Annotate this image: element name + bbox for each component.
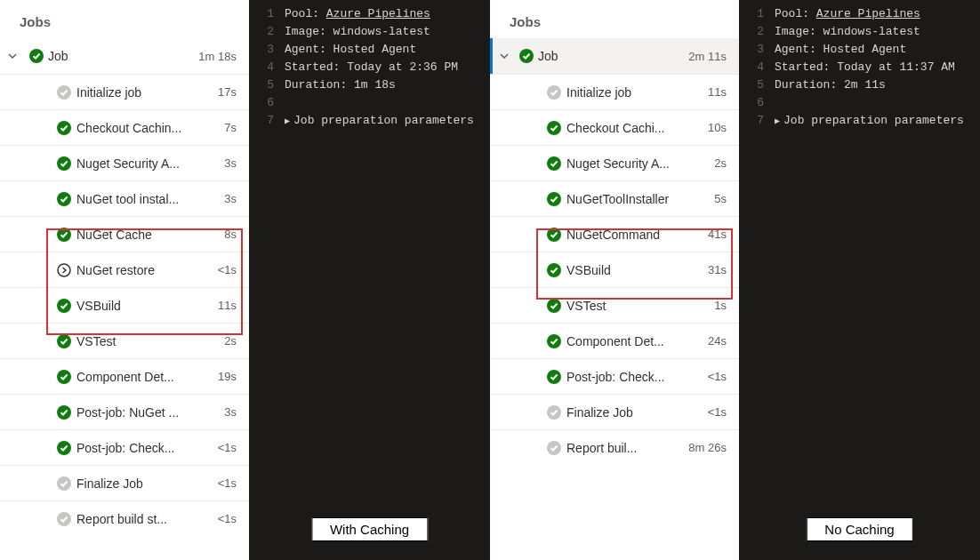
line-number: 6 — [249, 96, 285, 109]
step-duration: 2s — [714, 156, 727, 170]
job-duration: 2m 11s — [688, 50, 727, 63]
log-line-params: 7▶Job preparation parameters — [739, 114, 980, 132]
success-icon — [542, 156, 566, 171]
expand-triangle-icon[interactable]: ▶ — [775, 116, 780, 126]
log-line-blank: 6 — [249, 96, 490, 114]
step-duration: 2s — [224, 334, 237, 348]
step-label: VSBuild — [566, 263, 708, 277]
log-started: Started: Today at 2:36 PM — [285, 60, 458, 74]
step-duration: <1s — [218, 476, 237, 490]
log-line-started: 4Started: Today at 2:36 PM — [249, 60, 490, 78]
jobs-column: JobsJob2m 11sInitialize job11sCheckout C… — [490, 0, 739, 560]
log-line-agent: 3Agent: Hosted Agent — [249, 43, 490, 60]
line-number: 4 — [249, 60, 285, 74]
step-label: VSTest — [76, 334, 224, 348]
step-row[interactable]: Component Det...24s — [490, 323, 739, 358]
log-line-pool: 1Pool: Azure Pipelines — [249, 7, 490, 25]
log-column: 1Pool: Azure Pipelines2Image: windows-la… — [249, 0, 490, 560]
log-agent: Agent: Hosted Agent — [285, 43, 416, 56]
job-label: Job — [538, 49, 688, 63]
step-row[interactable]: Checkout Cachi...10s — [490, 109, 739, 145]
log-pool-label: Pool: — [775, 7, 816, 20]
line-number: 1 — [249, 7, 285, 20]
step-row[interactable]: Post-job: Check...<1s — [0, 429, 249, 465]
log-params[interactable]: Job preparation parameters — [783, 114, 964, 127]
step-row[interactable]: Report build st...<1s — [0, 500, 249, 536]
step-row[interactable]: VSBuild31s — [490, 252, 739, 287]
line-number: 3 — [249, 43, 285, 56]
line-number: 1 — [739, 7, 775, 20]
step-row[interactable]: Checkout Cachin...7s — [0, 109, 249, 145]
step-label: Finalize Job — [566, 405, 708, 420]
success-icon — [542, 334, 566, 348]
jobs-header: Jobs — [0, 0, 249, 38]
log-agent: Agent: Hosted Agent — [775, 43, 906, 56]
log-line-params: 7▶Job preparation parameters — [249, 114, 490, 132]
log-pool-label: Pool: — [285, 7, 326, 20]
log-line-image: 2Image: windows-latest — [739, 25, 980, 43]
success-icon — [515, 49, 538, 63]
step-label: Report buil... — [566, 441, 688, 455]
step-duration: 3s — [224, 405, 237, 419]
step-row[interactable]: Report buil...8m 26s — [490, 429, 739, 465]
panel-right: JobsJob2m 11sInitialize job11sCheckout C… — [490, 0, 980, 560]
neutral-check-icon — [52, 476, 76, 491]
success-icon — [52, 370, 76, 384]
success-icon — [542, 299, 566, 313]
chevron-down-icon[interactable] — [493, 51, 515, 61]
step-row[interactable]: Initialize job17s — [0, 74, 249, 109]
step-duration: 41s — [708, 228, 727, 241]
log-line-image: 2Image: windows-latest — [249, 25, 490, 43]
step-duration: 8m 26s — [688, 441, 727, 454]
log-image: Image: windows-latest — [775, 25, 920, 38]
log-started: Started: Today at 11:37 AM — [775, 60, 955, 74]
success-icon — [52, 192, 76, 206]
step-duration: 1s — [714, 299, 727, 312]
step-label: Nuget Security A... — [566, 156, 714, 171]
log-params[interactable]: Job preparation parameters — [293, 114, 474, 127]
success-icon — [25, 49, 48, 63]
job-label: Job — [48, 49, 198, 63]
step-row[interactable]: Finalize Job<1s — [490, 394, 739, 429]
pool-link[interactable]: Azure Pipelines — [816, 7, 920, 20]
step-duration: <1s — [218, 263, 237, 276]
chevron-down-icon[interactable] — [0, 51, 25, 61]
step-label: Initialize job — [566, 85, 708, 100]
step-row[interactable]: VSTest1s — [490, 287, 739, 323]
step-duration: 11s — [708, 85, 727, 99]
step-label: Nuget Security A... — [76, 156, 224, 171]
line-number: 3 — [739, 43, 775, 56]
step-label: Finalize Job — [76, 476, 218, 491]
job-summary-row[interactable]: Job1m 18s — [0, 38, 249, 74]
step-row[interactable]: NuGet restore<1s — [0, 252, 249, 287]
step-row[interactable]: Post-job: Check...<1s — [490, 358, 739, 394]
success-icon — [52, 405, 76, 420]
job-summary-row[interactable]: Job2m 11s — [490, 38, 739, 74]
log-line-pool: 1Pool: Azure Pipelines — [739, 7, 980, 25]
expand-triangle-icon[interactable]: ▶ — [285, 116, 290, 126]
step-row[interactable]: Finalize Job<1s — [0, 465, 249, 500]
step-label: Component Det... — [566, 334, 708, 348]
neutral-check-icon — [52, 512, 76, 526]
step-label: NuGetCommand — [566, 228, 708, 242]
step-row[interactable]: NuGet tool instal...3s — [0, 180, 249, 216]
step-row[interactable]: NuGetCommand41s — [490, 216, 739, 252]
log-line-started: 4Started: Today at 11:37 AM — [739, 60, 980, 78]
step-row[interactable]: NuGet Cache8s — [0, 216, 249, 252]
line-number: 2 — [739, 25, 775, 38]
step-label: Checkout Cachi... — [566, 121, 708, 135]
step-row[interactable]: Component Det...19s — [0, 358, 249, 394]
line-number: 5 — [739, 78, 775, 92]
step-row[interactable]: Nuget Security A...3s — [0, 145, 249, 180]
step-row[interactable]: Initialize job11s — [490, 74, 739, 109]
step-row[interactable]: Nuget Security A...2s — [490, 145, 739, 180]
line-number: 7 — [249, 114, 285, 127]
step-duration: 31s — [708, 263, 727, 276]
step-row[interactable]: VSTest2s — [0, 323, 249, 358]
log-line-agent: 3Agent: Hosted Agent — [739, 43, 980, 60]
pool-link[interactable]: Azure Pipelines — [326, 7, 430, 20]
step-row[interactable]: VSBuild11s — [0, 287, 249, 323]
step-duration: <1s — [708, 370, 727, 383]
step-row[interactable]: Post-job: NuGet ...3s — [0, 394, 249, 429]
step-row[interactable]: NuGetToolInstaller5s — [490, 180, 739, 216]
